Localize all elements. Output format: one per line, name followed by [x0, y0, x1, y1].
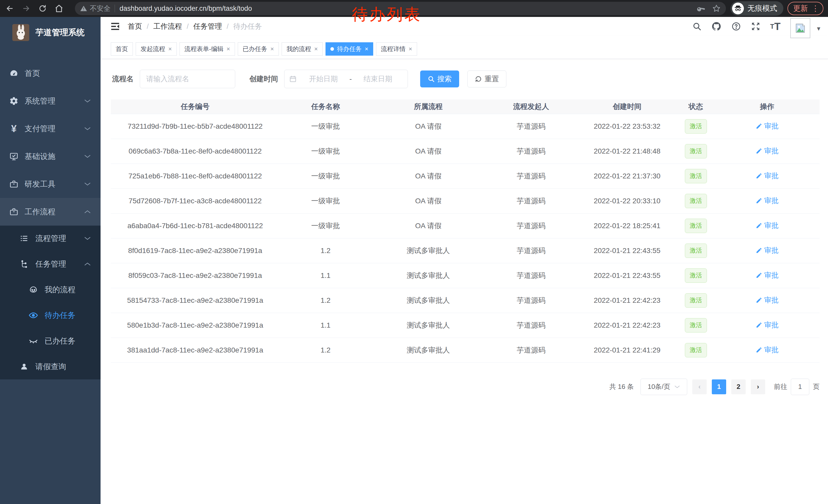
- approve-button[interactable]: 审批: [756, 121, 779, 131]
- sidebar-item-label: 首页: [25, 68, 40, 79]
- sidebar-item-infra[interactable]: 基础设施: [0, 142, 100, 170]
- close-icon[interactable]: ×: [409, 45, 412, 53]
- task-time: 2022-01-21 22:42:23: [577, 313, 677, 338]
- not-secure-warning-icon[interactable]: [80, 5, 87, 12]
- search-icon[interactable]: [692, 22, 702, 31]
- status-badge: 激活: [685, 144, 707, 158]
- sidebar-item-workflow[interactable]: 工作流程: [0, 198, 100, 226]
- tab-process-detail[interactable]: 流程详情 ×: [376, 42, 417, 56]
- breadcrumb-workflow[interactable]: 工作流程: [153, 21, 182, 31]
- chevron-up-icon: [84, 262, 91, 266]
- page-button-1[interactable]: 1: [712, 379, 726, 394]
- close-icon[interactable]: ×: [168, 45, 172, 53]
- close-icon[interactable]: ×: [365, 45, 368, 53]
- caret-down-icon[interactable]: ▾: [817, 25, 820, 33]
- chevron-down-icon: [84, 236, 91, 240]
- sidebar-item-task-mgmt[interactable]: 任务管理: [0, 251, 100, 277]
- approve-button[interactable]: 审批: [756, 245, 779, 255]
- sidebar-item-done-task[interactable]: 已办任务: [0, 328, 100, 354]
- close-icon[interactable]: ×: [226, 45, 230, 53]
- breadcrumb-task-mgmt[interactable]: 任务管理: [194, 21, 222, 31]
- url-text[interactable]: dashboard.yudao.iocoder.cn/bpm/task/todo: [120, 5, 697, 12]
- tab-done-task[interactable]: 已办任务 ×: [238, 42, 279, 56]
- status-badge: 激活: [685, 219, 707, 233]
- sidebar-item-my-process[interactable]: 我的流程: [0, 277, 100, 303]
- search-button[interactable]: 搜索: [420, 71, 459, 87]
- next-page-button[interactable]: ›: [751, 379, 765, 394]
- update-button[interactable]: 更新 ⋮: [787, 2, 823, 15]
- prev-page-button[interactable]: ‹: [692, 379, 707, 394]
- edit-icon: [756, 347, 762, 353]
- breadcrumb-separator: /: [187, 22, 189, 31]
- approve-button[interactable]: 审批: [756, 146, 779, 156]
- tab-start-process[interactable]: 发起流程 ×: [136, 42, 177, 56]
- edit-icon: [756, 272, 762, 279]
- fullscreen-icon[interactable]: [751, 21, 760, 31]
- sidebar-collapse-icon[interactable]: [110, 22, 120, 31]
- close-icon[interactable]: ×: [271, 45, 274, 53]
- home-icon[interactable]: [54, 3, 64, 13]
- page-button-2[interactable]: 2: [731, 379, 746, 394]
- edit-icon: [756, 197, 762, 204]
- start-date-placeholder[interactable]: 开始日期: [298, 74, 348, 84]
- reload-icon[interactable]: [37, 3, 48, 13]
- approve-button[interactable]: 审批: [756, 345, 779, 355]
- process-name-input[interactable]: [140, 70, 235, 88]
- font-size-icon[interactable]: TT: [770, 21, 781, 32]
- back-icon[interactable]: [5, 3, 15, 13]
- refresh-icon: [475, 75, 482, 83]
- breadcrumb-separator: /: [227, 22, 229, 31]
- tab-home[interactable]: 首页: [111, 42, 133, 56]
- approve-button[interactable]: 审批: [756, 221, 779, 230]
- sidebar-item-leave-query[interactable]: 请假查询: [0, 354, 100, 379]
- task-name: 一级审批: [280, 139, 372, 164]
- address-bar[interactable]: 不安全 dashboard.yudao.iocoder.cn/bpm/task/…: [75, 2, 726, 15]
- end-date-placeholder[interactable]: 结束日期: [353, 74, 403, 84]
- help-icon[interactable]: [731, 21, 741, 31]
- reset-button[interactable]: 重置: [467, 71, 506, 87]
- browser-menu-icon[interactable]: ⋮: [812, 5, 819, 12]
- edit-icon: [756, 222, 762, 229]
- bookmark-star-icon[interactable]: [712, 4, 721, 13]
- sidebar-item-home[interactable]: 首页: [0, 59, 100, 87]
- sidebar-item-system[interactable]: 系统管理: [0, 87, 100, 115]
- close-icon[interactable]: ×: [314, 45, 318, 53]
- approve-button[interactable]: 审批: [756, 171, 779, 181]
- page-size-select[interactable]: 10条/页: [640, 379, 687, 395]
- sidebar-item-devtools[interactable]: 研发工具: [0, 170, 100, 198]
- tab-my-process[interactable]: 我的流程 ×: [282, 42, 323, 56]
- task-flow: 测试多审批人: [372, 238, 485, 263]
- approve-button[interactable]: 审批: [756, 295, 779, 305]
- date-range-picker[interactable]: 开始日期 - 结束日期: [284, 70, 408, 88]
- task-time: 2022-01-22 18:25:41: [577, 213, 677, 238]
- tab-label: 流程表单-编辑: [184, 45, 223, 53]
- tab-form-edit[interactable]: 流程表单-编辑 ×: [179, 42, 235, 56]
- goto-page-input[interactable]: [791, 379, 809, 395]
- key-icon[interactable]: [697, 4, 705, 12]
- task-id: 069c6a63-7b8a-11ec-8ef0-acde48001122: [111, 139, 280, 164]
- task-time: 2022-01-21 22:41:29: [577, 338, 677, 363]
- task-flow: OA 请假: [372, 139, 485, 164]
- forward-icon[interactable]: [21, 3, 31, 13]
- search-form: 流程名 创建时间 开始日期 - 结束日期 搜索 重置: [100, 70, 828, 88]
- gear-icon: [9, 96, 19, 106]
- app-logo-row[interactable]: 芋道管理系统: [0, 17, 100, 48]
- approve-button[interactable]: 审批: [756, 320, 779, 330]
- avatar[interactable]: [790, 18, 810, 38]
- approve-button[interactable]: 审批: [756, 196, 779, 205]
- tab-label: 已办任务: [243, 45, 267, 53]
- breadcrumb-home[interactable]: 首页: [128, 21, 142, 31]
- sidebar-item-label: 任务管理: [35, 259, 66, 269]
- task-id: 58154733-7ac8-11ec-a9e2-a2380e71991a: [111, 288, 280, 313]
- task-time: 2022-01-22 20:33:10: [577, 188, 677, 213]
- flow-tree-icon: [18, 260, 30, 268]
- sidebar-item-todo-task[interactable]: 待办任务: [0, 303, 100, 328]
- tab-todo-task[interactable]: 待办任务 ×: [326, 42, 373, 56]
- task-name: 1.2: [280, 238, 372, 263]
- security-label[interactable]: 不安全: [90, 4, 111, 13]
- github-icon[interactable]: [711, 21, 721, 32]
- sidebar-item-label: 系统管理: [25, 96, 55, 106]
- approve-button[interactable]: 审批: [756, 270, 779, 280]
- sidebar-item-payment[interactable]: ¥ 支付管理: [0, 115, 100, 142]
- sidebar-item-process-mgmt[interactable]: 流程管理: [0, 226, 100, 251]
